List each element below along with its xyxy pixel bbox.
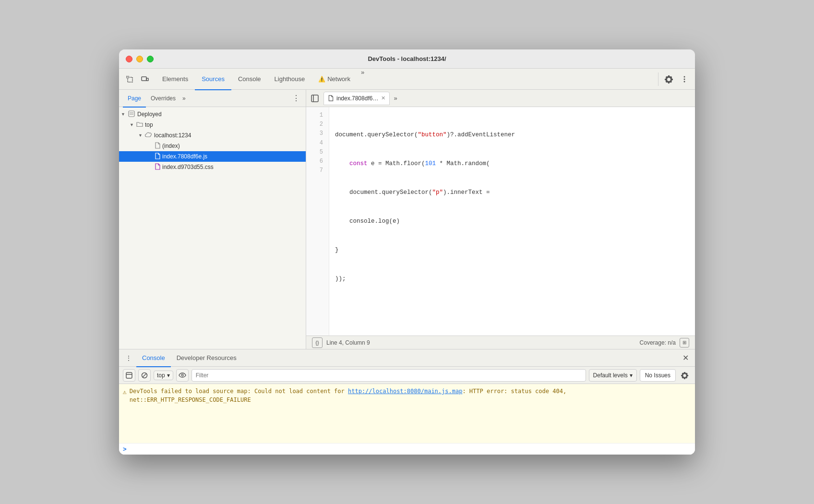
deployed-svg-icon [128, 110, 135, 118]
warning-triangle-icon: ⚠ [123, 387, 127, 397]
tab-elements[interactable]: Elements [156, 69, 195, 90]
editor-tab-index-js[interactable]: index.7808df6… ✕ [323, 92, 390, 105]
console-prohibit-btn[interactable] [138, 369, 151, 382]
svg-line-12 [143, 373, 146, 377]
tree-label-localhost: localhost:1234 [154, 132, 191, 139]
source-map-link[interactable]: http://localhost:8080/main.js.map [348, 388, 462, 395]
line-num-3: 3 [306, 129, 329, 138]
code-line-2: const e = Math.floor(101 * Math.random( [335, 159, 689, 168]
responsive-icon-btn[interactable] [138, 72, 152, 86]
localhost-arrow: ▼ [138, 133, 145, 138]
devtools-body: Elements Sources Console Lighthouse ⚠️ N… [119, 69, 695, 455]
eye-icon [179, 372, 186, 378]
editor-tab-file-icon [328, 95, 334, 101]
minimize-button[interactable] [136, 56, 143, 62]
console-error-entry: ⚠ DevTools failed to load source map: Co… [123, 387, 691, 404]
coverage-label: Coverage: n/a [640, 339, 676, 346]
levels-dropdown-arrow: ▾ [630, 372, 633, 379]
tree-item-deployed[interactable]: ▼ Deployed [119, 109, 306, 120]
code-line-1: document.querySelector("button")?.addEve… [335, 130, 689, 140]
tree-label-index-css: index.d9703d55.css [162, 164, 214, 170]
line-num-5: 5 [306, 148, 329, 157]
line-num-6: 6 [306, 157, 329, 166]
coverage-icon[interactable]: ⊞ [680, 338, 689, 348]
status-bar: {} Line 4, Column 9 Coverage: n/a ⊞ [306, 336, 695, 349]
more-options-btn[interactable] [678, 72, 691, 86]
folder-svg-icon [136, 121, 143, 128]
console-filter-input[interactable] [192, 369, 586, 382]
status-bar-left: {} Line 4, Column 9 [312, 337, 370, 348]
close-button[interactable] [126, 56, 132, 62]
tree-item-index[interactable]: (index) [119, 141, 306, 151]
top-arrow: ▼ [130, 122, 136, 127]
deployed-icon [128, 110, 135, 119]
live-expressions-btn[interactable] [176, 369, 189, 382]
tab-sources[interactable]: Sources [195, 69, 231, 90]
tree-item-index-css[interactable]: index.d9703d55.css [119, 162, 306, 172]
cloud-icon [145, 132, 152, 139]
cursor-icon-btn[interactable] [123, 72, 136, 86]
titlebar: DevTools - localhost:1234/ [119, 49, 695, 69]
tree-label-index-js: index.7808df6e.js [162, 153, 207, 160]
left-panel: Page Overrides » ⋮ ▼ [119, 90, 306, 349]
no-issues-btn[interactable]: No Issues [640, 369, 676, 382]
left-panel-tabs: Page Overrides » ⋮ [119, 90, 306, 107]
line-num-2: 2 [306, 120, 329, 129]
svg-point-3 [684, 76, 685, 77]
context-dropdown-arrow: ▾ [167, 372, 170, 379]
cursor-icon [126, 75, 133, 83]
console-gear-icon [681, 372, 689, 379]
code-content[interactable]: document.querySelector("button")?.addEve… [329, 107, 695, 336]
bottom-panel-close-btn[interactable]: ✕ [680, 352, 691, 364]
main-content: Page Overrides » ⋮ ▼ [119, 90, 695, 349]
pretty-print-btn[interactable]: {} [312, 337, 323, 348]
svg-rect-1 [142, 77, 146, 81]
tab-lighthouse[interactable]: Lighthouse [268, 69, 312, 90]
line-num-4: 4 [306, 139, 329, 148]
sidebar-toggle-btn[interactable] [308, 92, 322, 105]
code-line-6: )); [335, 274, 689, 284]
cloud-svg-icon [145, 132, 152, 138]
console-toolbar: top ▾ Default levels ▾ No Issues [119, 367, 695, 384]
bottom-menu-btn[interactable]: ⋮ [123, 352, 134, 364]
folder-icon [136, 121, 143, 129]
tree-label-deployed: Deployed [137, 111, 162, 118]
maximize-button[interactable] [147, 56, 154, 62]
bottom-tab-console[interactable]: Console [136, 350, 171, 367]
left-tab-more-btn[interactable]: » [182, 95, 186, 102]
tab-page[interactable]: Page [123, 90, 146, 108]
tree-item-index-js[interactable]: index.7808df6e.js [119, 151, 306, 162]
svg-rect-0 [127, 76, 129, 78]
line-num-7: 7 [306, 166, 329, 175]
svg-rect-9 [126, 372, 132, 378]
tree-item-localhost[interactable]: ▼ localhost:1234 [119, 130, 306, 141]
log-levels-btn[interactable]: Default levels ▾ [589, 369, 637, 382]
editor-tab-more-btn[interactable]: » [391, 95, 400, 102]
console-clear-btn[interactable] [123, 369, 135, 382]
svg-rect-2 [146, 78, 148, 81]
css-file-svg-icon [155, 163, 160, 170]
line-numbers: 1 2 3 4 5 6 7 [306, 107, 329, 336]
tab-network[interactable]: ⚠️ Network [311, 69, 357, 90]
more-options-icon [681, 75, 688, 83]
tab-overrides[interactable]: Overrides [146, 90, 180, 108]
tab-console[interactable]: Console [231, 69, 268, 90]
editor-tab-close-btn[interactable]: ✕ [381, 95, 385, 101]
console-settings-btn[interactable] [679, 369, 691, 382]
editor-tab-label: index.7808df6… [336, 95, 378, 102]
code-line-4: console.log(e) [335, 216, 689, 226]
toolbar-tabs: Elements Sources Console Lighthouse ⚠️ N… [156, 69, 658, 90]
top-toolbar: Elements Sources Console Lighthouse ⚠️ N… [119, 69, 695, 90]
code-line-3: document.querySelector("p").innerText = [335, 188, 689, 197]
toolbar-more-btn[interactable]: » [357, 69, 368, 90]
tree-item-top[interactable]: ▼ top [119, 120, 306, 130]
bottom-tab-dev-resources[interactable]: Developer Resources [171, 350, 242, 367]
js-file-svg-icon [155, 153, 160, 159]
console-prompt[interactable]: > [119, 443, 695, 455]
context-selector[interactable]: top ▾ [154, 371, 173, 380]
left-panel-menu-btn[interactable]: ⋮ [290, 94, 302, 103]
line-num-1: 1 [306, 111, 329, 120]
toolbar-right [658, 72, 691, 86]
settings-btn[interactable] [662, 72, 676, 86]
prompt-arrow-icon: > [123, 445, 127, 453]
